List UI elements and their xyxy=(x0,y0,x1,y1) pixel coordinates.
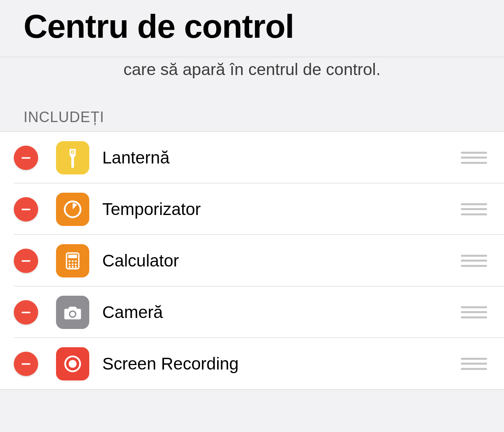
svg-point-15 xyxy=(75,266,77,268)
drag-handle-icon[interactable] xyxy=(461,255,487,267)
include-list: Lanternă Temporizator xyxy=(0,131,504,390)
drag-handle-icon[interactable] xyxy=(461,203,487,215)
remove-button[interactable] xyxy=(14,249,38,273)
remove-button[interactable] xyxy=(14,146,38,170)
page-title: Centru de control xyxy=(24,7,480,45)
drag-handle-icon[interactable] xyxy=(461,358,487,370)
remove-button[interactable] xyxy=(14,352,38,376)
svg-rect-0 xyxy=(22,157,30,159)
drag-handle-icon[interactable] xyxy=(461,306,487,318)
screen-recording-icon xyxy=(56,347,89,380)
minus-icon xyxy=(21,359,31,369)
svg-point-9 xyxy=(75,260,77,262)
flashlight-icon xyxy=(56,141,89,174)
svg-rect-4 xyxy=(22,260,30,262)
bottom-spacer xyxy=(0,390,504,428)
item-label: Cameră xyxy=(102,303,461,322)
list-item[interactable]: Temporizator xyxy=(0,183,504,235)
list-item[interactable]: Calculator xyxy=(0,235,504,286)
svg-point-8 xyxy=(72,260,74,262)
svg-point-14 xyxy=(72,266,74,268)
minus-icon xyxy=(21,204,31,215)
minus-icon xyxy=(21,256,31,266)
remove-button[interactable] xyxy=(14,300,38,325)
item-label: Temporizator xyxy=(102,200,461,219)
remove-button[interactable] xyxy=(14,197,38,221)
svg-rect-2 xyxy=(22,208,30,210)
svg-point-11 xyxy=(72,263,74,265)
item-label: Calculator xyxy=(102,251,461,271)
section-header-include: INCLUDEȚI xyxy=(0,109,504,131)
svg-point-13 xyxy=(69,266,71,268)
svg-point-12 xyxy=(75,263,77,265)
item-label: Screen Recording xyxy=(102,354,461,374)
minus-icon xyxy=(21,307,31,318)
list-item[interactable]: Lanternă xyxy=(0,132,504,183)
calculator-icon xyxy=(56,244,89,277)
svg-rect-18 xyxy=(22,363,30,365)
list-item[interactable]: Screen Recording xyxy=(0,338,504,389)
minus-icon xyxy=(21,153,31,163)
svg-point-20 xyxy=(69,360,77,368)
svg-point-7 xyxy=(69,260,71,262)
svg-rect-6 xyxy=(68,255,77,258)
camera-icon xyxy=(56,296,89,329)
list-item[interactable]: Cameră xyxy=(0,286,504,338)
page-description: care să apară în centrul de control. xyxy=(0,57,504,109)
timer-icon xyxy=(56,193,89,226)
svg-point-10 xyxy=(69,263,71,265)
svg-rect-16 xyxy=(22,312,30,313)
page-header: Centru de control xyxy=(0,0,504,57)
drag-handle-icon[interactable] xyxy=(461,152,487,164)
item-label: Lanternă xyxy=(102,148,461,168)
